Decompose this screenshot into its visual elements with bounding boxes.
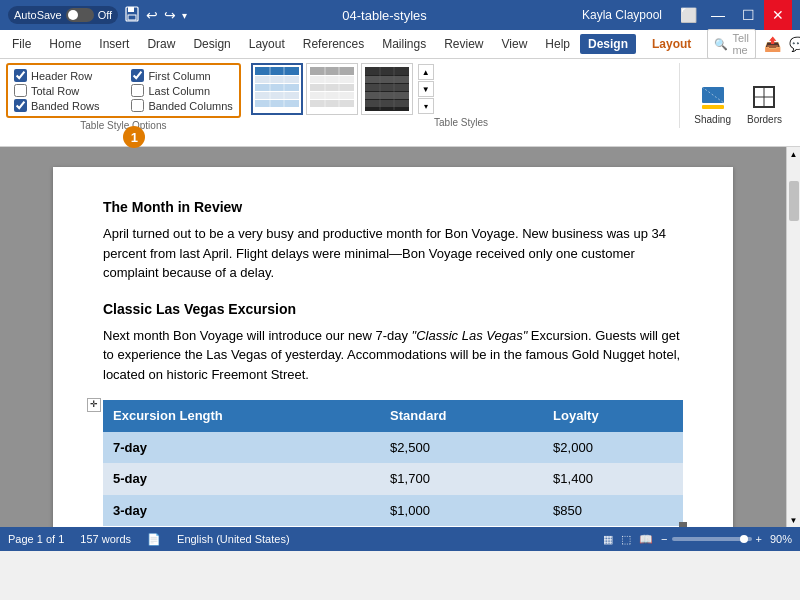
gallery-scroll-arrows: ▲ ▼ ▾ bbox=[418, 64, 434, 114]
menu-home[interactable]: Home bbox=[41, 34, 89, 54]
vertical-scrollbar[interactable]: ▲ ▼ bbox=[786, 147, 800, 527]
data-table: Excursion Length Standard Loyalty 7-day … bbox=[103, 400, 683, 526]
gallery-more-arrow[interactable]: ▾ bbox=[418, 98, 434, 114]
banded-rows-label: Banded Rows bbox=[31, 100, 100, 112]
minimize-btn[interactable]: — bbox=[704, 0, 732, 30]
svg-rect-3 bbox=[255, 67, 299, 75]
maximize-btn[interactable]: ☐ bbox=[734, 0, 762, 30]
undo-icon[interactable]: ↩ bbox=[146, 7, 158, 23]
redo-icon[interactable]: ↪ bbox=[164, 7, 176, 23]
menu-draw[interactable]: Draw bbox=[139, 34, 183, 54]
close-btn[interactable]: ✕ bbox=[764, 0, 792, 30]
banded-columns-checkbox[interactable]: Banded Columns bbox=[131, 99, 232, 112]
word-count: 157 words bbox=[80, 533, 131, 545]
menu-insert[interactable]: Insert bbox=[91, 34, 137, 54]
cell-5day-standard: $1,700 bbox=[380, 463, 543, 495]
ribbon-collapse-btn[interactable]: ⬜ bbox=[674, 0, 702, 30]
shading-label: Shading bbox=[694, 114, 731, 125]
view-icon-print[interactable]: ▦ bbox=[603, 533, 613, 546]
status-bar: Page 1 of 1 157 words 📄 English (United … bbox=[0, 527, 800, 551]
autosave-toggle[interactable]: AutoSave Off bbox=[8, 6, 118, 24]
borders-button[interactable]: Borders bbox=[741, 80, 788, 128]
table-body: 7-day $2,500 $2,000 5-day $1,700 $1,400 … bbox=[103, 432, 683, 527]
comments-icon[interactable]: 💬 bbox=[789, 36, 800, 52]
table-resize-handle[interactable] bbox=[679, 522, 687, 527]
header-row-input[interactable] bbox=[14, 69, 27, 82]
zoom-bar: − + 90% bbox=[661, 533, 792, 545]
table-styles-label: Table Styles bbox=[251, 115, 672, 128]
zoom-out-btn[interactable]: − bbox=[661, 533, 667, 545]
col-header-standard: Standard bbox=[380, 400, 543, 432]
share-icon[interactable]: 📤 bbox=[764, 36, 781, 52]
document-page: The Month in Review April turned out to … bbox=[53, 167, 733, 527]
header-row-label: Header Row bbox=[31, 70, 92, 82]
total-row-label: Total Row bbox=[31, 85, 79, 97]
svg-rect-22 bbox=[365, 100, 409, 107]
total-row-input[interactable] bbox=[14, 84, 27, 97]
view-icon-web[interactable]: ⬚ bbox=[621, 533, 631, 546]
table-row: 5-day $1,700 $1,400 bbox=[103, 463, 683, 495]
cell-3day-length: 3-day bbox=[103, 495, 380, 527]
cell-5day-length: 5-day bbox=[103, 463, 380, 495]
gallery-up-arrow[interactable]: ▲ bbox=[418, 64, 434, 80]
menu-review[interactable]: Review bbox=[436, 34, 491, 54]
zoom-track[interactable] bbox=[672, 537, 752, 541]
table-style-1[interactable] bbox=[251, 63, 303, 115]
first-column-input[interactable] bbox=[131, 69, 144, 82]
context-tab-layout[interactable]: Layout bbox=[644, 34, 699, 54]
gallery-down-arrow[interactable]: ▼ bbox=[418, 81, 434, 97]
menu-view[interactable]: View bbox=[494, 34, 536, 54]
banded-columns-input[interactable] bbox=[131, 99, 144, 112]
customize-icon[interactable]: ▾ bbox=[182, 10, 187, 21]
menu-file[interactable]: File bbox=[4, 34, 39, 54]
context-tab-design[interactable]: Design bbox=[580, 34, 636, 54]
menu-references[interactable]: References bbox=[295, 34, 372, 54]
doc-scroll-area[interactable]: The Month in Review April turned out to … bbox=[0, 147, 786, 527]
svg-rect-21 bbox=[365, 92, 409, 99]
search-placeholder: Tell me bbox=[732, 32, 749, 56]
table-handle[interactable]: ✛ bbox=[87, 398, 101, 412]
svg-rect-20 bbox=[365, 84, 409, 91]
scroll-thumb[interactable] bbox=[789, 181, 799, 221]
banded-columns-label: Banded Columns bbox=[148, 100, 232, 112]
last-column-input[interactable] bbox=[131, 84, 144, 97]
table-style-2[interactable] bbox=[306, 63, 358, 115]
cell-3day-standard: $1,000 bbox=[380, 495, 543, 527]
svg-rect-18 bbox=[365, 67, 409, 75]
svg-rect-1 bbox=[128, 7, 134, 12]
header-row-checkbox[interactable]: Header Row bbox=[14, 69, 115, 82]
table-row: 7-day $2,500 $2,000 bbox=[103, 432, 683, 464]
col-header-loyalty: Loyalty bbox=[543, 400, 683, 432]
badge-1: 1 bbox=[123, 126, 145, 148]
banded-rows-input[interactable] bbox=[14, 99, 27, 112]
menu-design[interactable]: Design bbox=[185, 34, 238, 54]
shading-button[interactable]: Shading bbox=[688, 80, 737, 128]
cell-7day-standard: $2,500 bbox=[380, 432, 543, 464]
table-style-options-group: Header Row First Column Total Row Last C… bbox=[6, 63, 241, 144]
menu-help[interactable]: Help bbox=[537, 34, 578, 54]
banded-rows-checkbox[interactable]: Banded Rows bbox=[14, 99, 115, 112]
save-icon[interactable] bbox=[124, 6, 140, 25]
col-header-excursion: Excursion Length bbox=[103, 400, 380, 432]
scroll-up-arrow[interactable]: ▲ bbox=[787, 147, 801, 161]
total-row-checkbox[interactable]: Total Row bbox=[14, 84, 115, 97]
search-box[interactable]: 🔍 Tell me bbox=[707, 29, 756, 59]
last-column-label: Last Column bbox=[148, 85, 210, 97]
cell-3day-loyalty: $850 bbox=[543, 495, 683, 527]
zoom-in-btn[interactable]: + bbox=[756, 533, 762, 545]
view-icon-read[interactable]: 📖 bbox=[639, 533, 653, 546]
scroll-down-arrow[interactable]: ▼ bbox=[787, 513, 801, 527]
table-header: Excursion Length Standard Loyalty bbox=[103, 400, 683, 432]
table-style-3[interactable] bbox=[361, 63, 413, 115]
svg-rect-2 bbox=[128, 15, 136, 20]
autosave-pill[interactable] bbox=[66, 8, 94, 22]
proofing-icon[interactable]: 📄 bbox=[147, 533, 161, 546]
menu-layout[interactable]: Layout bbox=[241, 34, 293, 54]
first-column-checkbox[interactable]: First Column bbox=[131, 69, 232, 82]
borders-label: Borders bbox=[747, 114, 782, 125]
shading-borders-group: Shading Borders bbox=[682, 63, 794, 144]
zoom-level: 90% bbox=[770, 533, 792, 545]
menu-mailings[interactable]: Mailings bbox=[374, 34, 434, 54]
scroll-track[interactable] bbox=[787, 161, 800, 513]
last-column-checkbox[interactable]: Last Column bbox=[131, 84, 232, 97]
